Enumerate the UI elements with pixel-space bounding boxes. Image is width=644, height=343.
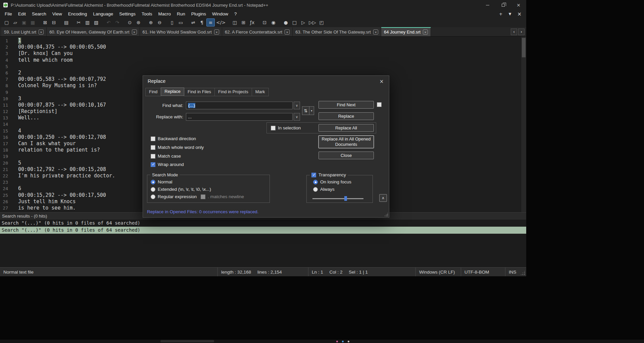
editor-line[interactable]: 2 00:00:04,375 --> 00:00:05,500 (0, 44, 521, 50)
print-icon[interactable]: ▤ (62, 18, 70, 26)
new-tab-icon[interactable]: + (499, 11, 503, 16)
search-result-line[interactable]: Search "(...)" (0 hits in 0 files of 64 … (0, 227, 526, 234)
zoom-in-icon[interactable]: ⊕ (147, 18, 155, 26)
dialog-tab[interactable]: Replace (161, 88, 184, 96)
menu-item[interactable]: ? (231, 11, 240, 17)
dialog-close-icon[interactable]: × (378, 77, 386, 85)
status-eol-format[interactable]: Windows (CR LF) (415, 268, 461, 276)
new-file-icon[interactable]: ▢ (2, 18, 11, 26)
status-encoding[interactable]: UTF-8-BOM (461, 268, 505, 276)
find-icon[interactable]: ⊙ (126, 18, 134, 26)
copy-icon[interactable]: ▥ (83, 18, 92, 26)
taskbar-app-dot[interactable] (342, 341, 344, 342)
function-list-icon[interactable]: ƒx (248, 18, 256, 26)
document-tab[interactable]: 61. He Who Would Swallow God.srt × (140, 27, 222, 36)
find-what-input[interactable]: (...) (186, 102, 293, 109)
editor-line[interactable]: 1 1 (0, 38, 521, 44)
maximize-button[interactable] (495, 0, 511, 10)
stop-macro-icon[interactable]: □ (290, 18, 299, 26)
taskbar-search-pill[interactable] (160, 340, 214, 342)
monitoring-icon[interactable]: ⊡ (260, 18, 269, 26)
tab-close-icon[interactable]: × (373, 30, 378, 35)
playback-macro-icon[interactable]: ▷ (299, 18, 307, 26)
menu-item[interactable]: Window (209, 11, 231, 17)
menu-item[interactable]: Settings (116, 11, 139, 17)
scrollbar-thumb[interactable] (522, 38, 526, 57)
tab-scroll-right-button[interactable]: › (518, 28, 525, 35)
dialog-close-button[interactable]: Close (318, 152, 374, 159)
window-resize-grip[interactable] (521, 268, 526, 276)
two-buttons-mode-checkbox[interactable] (377, 102, 382, 107)
menu-item[interactable]: Search (29, 11, 49, 17)
replace-with-input[interactable]: ... (186, 113, 293, 121)
wrap-around-checkbox[interactable]: Wrap around (151, 162, 184, 167)
search-result-line[interactable]: Search "(...)" (0 hits in 0 files of 64 … (0, 220, 526, 227)
tab-scroll-left-button[interactable]: ‹ (511, 28, 517, 35)
menu-item[interactable]: Tools (139, 11, 155, 17)
save-all-icon[interactable]: ▦ (29, 18, 37, 26)
document-tab[interactable]: 59. Lost Light.srt × (1, 27, 47, 36)
taskbar-app-dot[interactable] (348, 341, 349, 342)
undo-icon[interactable]: ↶ (104, 18, 113, 26)
open-folder-icon[interactable]: ▱ (11, 18, 19, 26)
swap-button[interactable]: ⇅ ▾ (302, 106, 314, 115)
match-whole-word-checkbox[interactable]: Match whole word only (151, 145, 204, 150)
redo-icon[interactable]: ↷ (113, 18, 121, 26)
document-map-icon[interactable]: ◫ (231, 18, 239, 26)
menu-item[interactable]: View (49, 11, 65, 17)
dialog-tab[interactable]: Find in Files (184, 88, 215, 96)
show-indent-guide-icon[interactable]: ≡ (206, 18, 215, 26)
menu-item[interactable]: Plugins (188, 11, 209, 17)
editor-scrollbar[interactable] (521, 37, 526, 212)
word-wrap-icon[interactable]: ⇌ (189, 18, 197, 26)
taskbar-app-dot[interactable] (336, 341, 338, 342)
menu-item[interactable]: Run (174, 11, 188, 17)
zoom-out-icon[interactable]: ⊖ (155, 18, 164, 26)
close-file-icon[interactable]: ⊠ (41, 18, 49, 26)
editor-line[interactable]: 4 tell me which room (0, 57, 521, 63)
run-macro-multiple-icon[interactable]: ▷▷ (308, 18, 317, 26)
replace-all-button[interactable]: Replace All (318, 124, 374, 132)
tab-close-icon[interactable]: × (132, 30, 137, 35)
slider-thumb[interactable] (344, 196, 347, 201)
replace-with-dropdown-icon[interactable]: ∨ (294, 113, 300, 121)
transparency-checkbox[interactable]: Transparency (310, 172, 348, 177)
tab-close-icon[interactable]: × (423, 30, 428, 35)
status-insert-mode[interactable]: INS (505, 268, 521, 276)
replace-icon[interactable]: ⊛ (134, 18, 143, 26)
search-mode-regex-radio[interactable]: Regular expression (151, 194, 197, 199)
menu-item[interactable]: Edit (15, 11, 29, 17)
backward-direction-checkbox[interactable]: Backward direction (151, 136, 196, 141)
dialog-tab[interactable]: Find in Projects (214, 88, 252, 96)
save-macro-icon[interactable]: ◰ (317, 18, 326, 26)
menu-item[interactable]: Macro (155, 11, 174, 17)
minimize-button[interactable] (480, 0, 495, 10)
document-list-icon[interactable]: ⊞ (239, 18, 248, 26)
document-tab[interactable]: 63. The Other Side Of The Gateway.srt × (293, 27, 381, 36)
transparency-slider[interactable] (312, 196, 363, 201)
editor-line[interactable]: 3 [Dr. knox] Can you (0, 50, 521, 57)
dialog-tab[interactable]: Find (145, 88, 161, 96)
tab-close-icon[interactable]: × (285, 30, 290, 35)
replace-button[interactable]: Replace (318, 112, 374, 120)
close-button[interactable]: × (511, 0, 526, 10)
collapse-button[interactable]: ∧ (379, 194, 387, 202)
close-tab-icon[interactable]: × (517, 11, 522, 17)
user-defined-language-icon[interactable]: </> (215, 18, 227, 26)
dialog-resize-grip[interactable] (384, 213, 388, 217)
sync-horizontal-scroll-icon[interactable]: ▭ (177, 18, 185, 26)
find-what-dropdown-icon[interactable]: ∨ (294, 102, 300, 109)
document-tab[interactable]: 62. A Fierce Counterattack.srt × (222, 27, 293, 36)
document-tab[interactable]: 60. Eye Of Heaven, Gateway Of Earth.srt … (47, 27, 140, 36)
tab-close-icon[interactable]: × (39, 30, 44, 35)
on-losing-focus-radio[interactable]: On losing focus (313, 179, 351, 184)
show-all-characters-icon[interactable]: ¶ (198, 18, 206, 26)
editor-line[interactable]: 5 (0, 63, 521, 70)
cut-icon[interactable]: ✂ (75, 18, 83, 26)
menu-item[interactable]: Language (90, 11, 116, 17)
tab-list-dropdown-icon[interactable]: ▼ (509, 12, 511, 16)
save-icon[interactable]: ▣ (20, 18, 28, 26)
close-all-icon[interactable]: ⊟ (50, 18, 58, 26)
document-tab[interactable]: 64 Journey End.srt × (381, 27, 431, 36)
tab-close-icon[interactable]: × (214, 30, 219, 35)
